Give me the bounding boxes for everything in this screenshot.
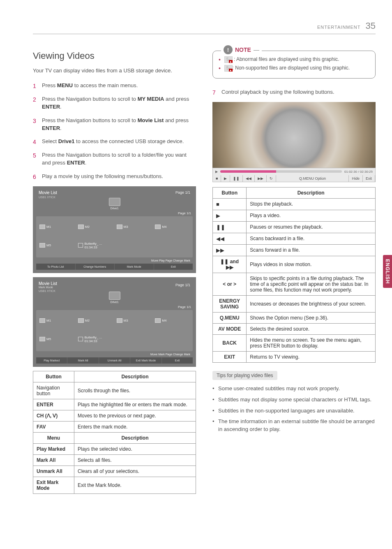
panel2-page-items: Page 1/1 <box>36 305 193 310</box>
table-row: ❚❚Pauses or resumes the playback. <box>213 221 376 233</box>
movie-list-panel-normal: Movie List Page 1/1 USB1 XTICK Drive1 Pa… <box>33 186 196 273</box>
movie-icon <box>78 243 83 248</box>
hide-button[interactable]: Hide <box>349 175 363 182</box>
list-item[interactable]: M1 <box>39 220 74 234</box>
table-row: ❚❚ and ▶▶Plays videos in slow motion. <box>213 256 376 273</box>
step-1: 1Press MENU to access the main menus. <box>33 82 196 90</box>
panel2-sub: Mark Mode <box>39 286 57 289</box>
step-5: 5Press the Navigation buttons to scroll … <box>33 151 196 167</box>
viewing-videos-heading: Viewing Videos <box>33 51 196 61</box>
time-display: 01:02:30 / 02:30:25 <box>344 170 373 174</box>
folder-icon <box>155 225 161 229</box>
panel1-button-bar: To Photo List Change Numbers Mark Mode E… <box>36 264 193 270</box>
table-row: BACKHides the menu on screen. To see the… <box>213 334 376 351</box>
table-row: ■Stops the playback. <box>213 198 376 210</box>
video-thumbnail <box>212 102 376 168</box>
button-description-table: ButtonDescription Navigation buttonScrol… <box>33 371 196 494</box>
language-tab: ENGLISH <box>383 255 392 288</box>
playback-button-table: ButtonDescription ■Stops the playback. ▶… <box>212 187 376 363</box>
list-item[interactable]: Butterfly_ ... 01:34:33 <box>78 330 113 348</box>
panel2-grid: M1 M2 M3 M4 M5 Butterfly_ ... 01:34:33 <box>36 310 193 351</box>
list-item[interactable]: M3 <box>117 220 151 234</box>
mark-all-button[interactable]: Mark All <box>67 357 99 364</box>
table-row: Play MarkedPlays the selected video. <box>33 443 196 454</box>
folder-icon <box>39 337 45 341</box>
mark-mode-button[interactable]: Mark Mode <box>115 264 154 270</box>
table-row: < or >Skips to specific points in a file… <box>213 273 376 295</box>
list-item[interactable]: M5 <box>39 330 74 348</box>
panel1-page-top: Page 1/1 <box>175 190 190 195</box>
page-header: ENTERTAINMENT 35 <box>33 21 376 34</box>
folder-icon <box>39 243 45 248</box>
play-button[interactable]: ▶ <box>221 175 230 182</box>
panel1-drive: Drive1 <box>36 207 193 210</box>
tip-item: Subtitles in the non-supported languages… <box>212 407 376 415</box>
stop-button[interactable]: ■ <box>213 175 221 182</box>
movie-icon <box>78 337 83 341</box>
table-row: Exit Mark ModeExit the Mark Mode. <box>33 477 196 493</box>
left-column: Viewing Videos Your TV can display video… <box>33 51 196 494</box>
stop-icon: ■ <box>213 198 247 210</box>
note-item: 5₁▲: Non-supported files are displayed u… <box>219 65 369 72</box>
change-numbers-button[interactable]: Change Numbers <box>76 264 115 270</box>
folder-icon <box>109 292 120 300</box>
exit-button[interactable]: Exit <box>363 175 375 182</box>
movie-list-panel-mark-mode: Movie ListMark Mode Page 1/1 USB1 XTICK … <box>33 277 196 367</box>
play-icon: ▶ <box>213 210 247 221</box>
table-row: AV MODESelects the desired source. <box>213 323 376 334</box>
panel1-hints: Move Play Page Change Mark <box>36 257 193 264</box>
unsupported-file-icon: 5₁▲ <box>224 65 233 72</box>
step-7: 7Control playback by using the following… <box>212 88 376 96</box>
panel2-title: Movie List <box>39 281 57 286</box>
th-button: Button <box>213 187 247 198</box>
play-marked-button[interactable]: Play Marked <box>36 357 67 364</box>
table-row: ENERGY SAVINGIncreases or deceases the b… <box>213 295 376 312</box>
qmenu-option-button[interactable]: Q.MENU Option <box>276 175 349 182</box>
list-item[interactable]: M4 <box>155 313 189 328</box>
list-item[interactable]: Butterfly_ ... 01:34:33 <box>78 236 113 254</box>
player-controls: ■ ▶ ❚❚ ◀◀ ▶▶ ↻ Q.MENU Option Hide Exit <box>213 175 375 182</box>
th-desc: Description <box>74 371 196 382</box>
red-x-icon: ▲ <box>229 60 233 63</box>
table-row: FAVEnters the mark mode. <box>33 421 196 432</box>
repeat-button[interactable]: ↻ <box>267 175 276 182</box>
folder-icon <box>78 318 84 323</box>
folder-icon <box>78 225 84 229</box>
table-row: ▶▶Scans forward in a file. <box>213 244 376 256</box>
table-row: ◀◀Scans backward in a file. <box>213 233 376 244</box>
steps-list: 1Press MENU to access the main menus. 2P… <box>33 82 196 181</box>
exit-button[interactable]: Exit <box>162 357 193 364</box>
list-item[interactable]: M3 <box>117 313 151 328</box>
folder-icon <box>39 225 45 229</box>
table-row: CH (ꓥ, ꓦ)Moves to the previous or next p… <box>33 410 196 421</box>
warn-icon: ! <box>224 45 233 54</box>
pause-button[interactable]: ❚❚ <box>230 175 243 182</box>
steps-list-right: 7Control playback by using the following… <box>212 88 376 96</box>
unmark-all-button[interactable]: Unmark All <box>99 357 130 364</box>
list-item[interactable]: M2 <box>78 313 113 328</box>
exit-button[interactable]: Exit <box>154 264 193 270</box>
play-state-icon: ▶ <box>215 170 218 174</box>
note-box: ! NOTE — 5₁▲ : Abnormal files are displa… <box>212 51 376 79</box>
list-item[interactable]: M4 <box>155 220 189 234</box>
th-desc2: Description <box>74 432 196 443</box>
step-3: 3Press the Navigation buttons to scroll … <box>33 117 196 132</box>
list-item[interactable]: M1 <box>39 313 74 328</box>
pause-icon: ❚❚ <box>213 221 247 233</box>
fast-forward-button[interactable]: ▶▶ <box>255 175 267 182</box>
progress-track[interactable] <box>220 170 342 173</box>
folder-icon <box>117 318 122 323</box>
folder-icon <box>117 225 122 229</box>
folder-icon <box>155 318 161 323</box>
rewind-button[interactable]: ◀◀ <box>243 175 255 182</box>
step-4: 4Select Drive1 to access the connected U… <box>33 138 196 146</box>
table-row: Mark AllSelects all files. <box>33 454 196 466</box>
tip-item: Subtitles may not display some special c… <box>212 396 376 404</box>
list-item[interactable]: M2 <box>78 220 113 234</box>
to-photo-list-button[interactable]: To Photo List <box>36 264 76 270</box>
panel2-button-bar: Play Marked Mark All Unmark All Exit Mar… <box>36 357 193 364</box>
exit-mark-mode-button[interactable]: Exit Mark Mode <box>130 357 161 364</box>
table-row: Q.MENUShows the Option menu (See p.36). <box>213 312 376 323</box>
table-row: ▶Plays a video. <box>213 210 376 221</box>
list-item[interactable]: M5 <box>39 236 74 254</box>
